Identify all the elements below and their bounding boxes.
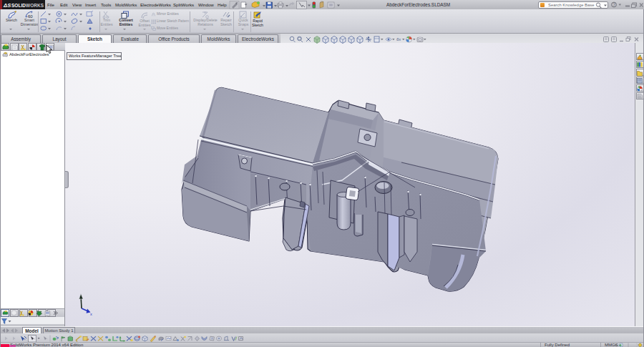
svg-text:?: ? [613, 2, 615, 7]
svg-text:6x: 6x [396, 37, 401, 41]
svg-text:x: x [90, 312, 92, 316]
